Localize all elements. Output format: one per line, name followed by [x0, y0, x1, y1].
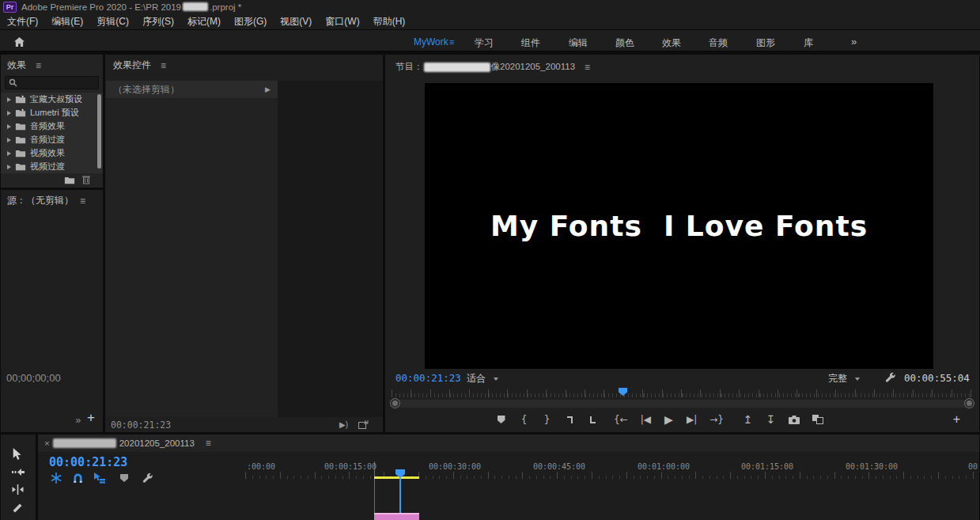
- menu-markers[interactable]: 标记(M): [187, 15, 221, 28]
- effects-bin-row[interactable]: 音频效果: [1, 120, 103, 133]
- premiere-pro-window: Pr Adobe Premiere Pro 2020 - E:\PR 2019 …: [0, 0, 980, 520]
- workspace-tab-mywork[interactable]: MyWork: [414, 36, 448, 47]
- step-forward-icon[interactable]: ▶|: [687, 414, 697, 425]
- mark-in-icon[interactable]: {: [519, 414, 529, 425]
- menu-window[interactable]: 窗口(W): [325, 15, 359, 28]
- export-frame-icon[interactable]: [358, 420, 369, 429]
- effects-panel-menu-icon[interactable]: ≡: [36, 60, 41, 71]
- go-to-next-edit-icon[interactable]: [565, 416, 575, 423]
- chevron-right-icon[interactable]: [7, 151, 11, 156]
- scrollbar-left-handle[interactable]: [391, 399, 399, 408]
- folder-icon: [15, 149, 26, 158]
- selection-tool-icon[interactable]: [11, 448, 23, 461]
- lift-icon[interactable]: ↥: [743, 413, 753, 426]
- effects-bin-row[interactable]: 音频过渡: [1, 133, 103, 146]
- play-clip-icon[interactable]: ▶): [339, 420, 348, 429]
- menu-bar: 文件(F) 编辑(E) 剪辑(C) 序列(S) 标记(M) 图形(G) 视图(V…: [0, 13, 980, 29]
- censored-region: [183, 2, 208, 11]
- add-marker-icon[interactable]: [496, 416, 506, 423]
- effect-controls-menu-icon[interactable]: ≡: [161, 60, 166, 71]
- ruler-label: 00:00:45:00: [533, 462, 585, 471]
- timeline-settings-wrench-icon[interactable]: [142, 473, 153, 483]
- linked-selection-icon[interactable]: [93, 473, 105, 484]
- menu-sequence[interactable]: 序列(S): [142, 15, 174, 28]
- bin-label: 音频过渡: [30, 134, 65, 146]
- add-marker-icon[interactable]: [120, 473, 128, 484]
- delete-bin-icon[interactable]: [82, 175, 90, 184]
- expand-arrow-icon[interactable]: ▶: [265, 85, 271, 93]
- workspace-overflow-icon[interactable]: »: [851, 36, 857, 47]
- workspace-menu-icon[interactable]: ≡: [449, 37, 454, 47]
- effects-bin-list: 宝藏大叔预设 Lumetri 预设 音频效果 音频过渡 视频效果: [1, 93, 103, 173]
- go-to-out-icon[interactable]: →}: [709, 414, 724, 425]
- menu-file[interactable]: 文件(F): [7, 15, 38, 28]
- preset-bin-icon: [15, 95, 26, 104]
- workspace-tab-assembly[interactable]: 组件: [521, 36, 540, 50]
- workspace-tab-editing[interactable]: 编辑: [569, 36, 588, 50]
- sequence-tab-label: 20201205_200113: [119, 438, 195, 448]
- program-mini-ruler[interactable]: [392, 388, 973, 398]
- effects-bin-row[interactable]: 视频过渡: [1, 160, 103, 173]
- scrollbar-right-handle[interactable]: [965, 399, 974, 408]
- home-icon[interactable]: [9, 34, 28, 49]
- menu-view[interactable]: 视图(V): [280, 15, 312, 28]
- preset-bin-icon: [15, 108, 26, 117]
- step-back-icon[interactable]: |◀: [641, 414, 651, 425]
- ruler-label: 00:01:00:00: [638, 462, 690, 471]
- menu-clip[interactable]: 剪辑(C): [96, 15, 129, 28]
- chevron-right-icon[interactable]: [7, 124, 11, 129]
- workspace-tab-graphics[interactable]: 图形: [756, 36, 775, 50]
- insert-overwrite-as-nest-icon[interactable]: [51, 473, 62, 484]
- track-select-forward-tool-icon[interactable]: [11, 467, 25, 477]
- zoom-level-dropdown[interactable]: 适合: [467, 372, 498, 385]
- razor-tool-icon[interactable]: [11, 502, 23, 514]
- ripple-edit-tool-icon[interactable]: [11, 484, 25, 495]
- source-panel-menu-icon[interactable]: ≡: [80, 195, 85, 207]
- effects-bin-row[interactable]: 宝藏大叔预设: [1, 93, 103, 106]
- effects-search-input[interactable]: [5, 76, 99, 89]
- workspace-tab-audio[interactable]: 音频: [709, 36, 728, 50]
- play-button-icon[interactable]: ▶: [664, 413, 674, 426]
- program-panel-menu-icon[interactable]: ≡: [585, 62, 590, 73]
- effect-controls-content: [106, 99, 278, 417]
- program-zoom-scrollbar[interactable]: [392, 400, 972, 408]
- chevron-right-icon[interactable]: [7, 165, 11, 169]
- menu-help[interactable]: 帮助(H): [373, 15, 406, 28]
- button-editor-icon[interactable]: +: [953, 412, 960, 427]
- timeline-ruler-ticks[interactable]: [245, 471, 979, 480]
- ruler-label: 00:01:15:00: [741, 462, 793, 471]
- chevron-right-icon[interactable]: [7, 138, 11, 142]
- selected-clip-bar[interactable]: [374, 476, 419, 479]
- playback-resolution-dropdown[interactable]: 完整: [828, 372, 860, 385]
- comparison-view-icon[interactable]: [812, 415, 823, 424]
- menu-edit[interactable]: 编辑(E): [51, 15, 83, 28]
- new-custom-bin-icon[interactable]: [64, 176, 75, 184]
- workspace-tab-effects[interactable]: 效果: [662, 36, 681, 50]
- workspace-tab-learning[interactable]: 学习: [475, 36, 494, 50]
- close-icon[interactable]: ×: [44, 438, 50, 448]
- workspace-tab-libraries[interactable]: 库: [804, 36, 813, 50]
- graphics-clip[interactable]: [374, 513, 419, 520]
- effects-scrollbar[interactable]: [97, 94, 101, 169]
- effects-bin-row[interactable]: 视频效果: [1, 146, 103, 160]
- sequence-tab[interactable]: × 20201205_200113 ≡: [38, 435, 979, 452]
- folder-icon: [15, 135, 26, 144]
- timeline-panel-menu-icon[interactable]: ≡: [206, 438, 211, 449]
- mark-out-icon[interactable]: }: [542, 414, 552, 425]
- effects-bin-row[interactable]: Lumetri 预设: [1, 106, 103, 120]
- go-to-previous-edit-icon[interactable]: [588, 416, 598, 423]
- button-editor-icon[interactable]: +: [87, 410, 95, 426]
- source-overflow-icon[interactable]: »: [75, 415, 81, 426]
- menu-graphics[interactable]: 图形(G): [234, 15, 267, 28]
- extract-icon[interactable]: ↧: [766, 413, 776, 426]
- settings-wrench-icon[interactable]: [885, 372, 895, 382]
- chevron-right-icon[interactable]: [7, 111, 11, 116]
- workspace-bar: MyWork ≡ 学习 组件 编辑 颜色 效果 音频 图形 库 »: [0, 29, 980, 52]
- go-to-in-icon[interactable]: {←: [614, 414, 628, 425]
- workspace-tab-color[interactable]: 颜色: [615, 36, 634, 50]
- bin-label: 音频效果: [30, 120, 65, 132]
- snap-magnet-icon[interactable]: [73, 473, 83, 484]
- folder-icon: [15, 122, 26, 131]
- chevron-right-icon[interactable]: [7, 97, 11, 102]
- export-frame-camera-icon[interactable]: [789, 416, 800, 424]
